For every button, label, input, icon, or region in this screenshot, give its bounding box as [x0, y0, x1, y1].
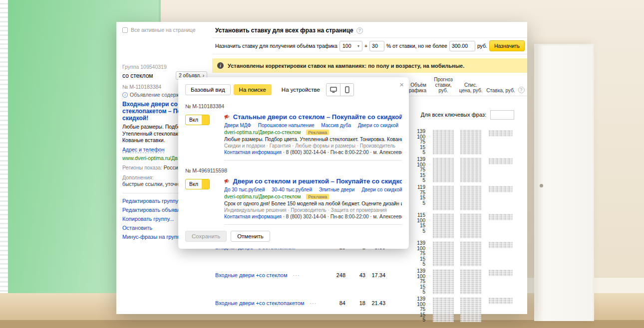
info-icon: i: [217, 62, 224, 69]
bid-blurred: [486, 185, 515, 192]
shows-value: 84: [322, 297, 345, 306]
sitelink[interactable]: 30-40 тыс.рублей: [272, 187, 312, 192]
bid-title-row: Установить ставку для всех фраз на стран…: [212, 22, 527, 38]
bid-panel-title: Установить ставку для всех фраз на стран…: [215, 27, 353, 34]
ad-callouts: Индивидуальные решения · Производитель ·…: [224, 207, 402, 213]
bid-controls: Назначить ставку для получения объёма тр…: [212, 38, 527, 54]
door-handle: [540, 184, 543, 187]
close-icon[interactable]: ×: [399, 81, 404, 88]
writeoff-blurred: [458, 241, 483, 266]
popup-ad-id: № M-4969115598: [185, 167, 402, 173]
sitelink[interactable]: Двери со скидкой: [361, 187, 402, 192]
shows-value: 248: [322, 269, 345, 278]
ad-callouts: Скидки и подарки · Гарантия · Любые форм…: [224, 143, 402, 149]
bid-percent-input[interactable]: [369, 41, 384, 51]
ad-preview-popup: × Базовый вид На поиске На устройстве № …: [178, 77, 409, 249]
bid-label: Назначить ставку для получения объёма тр…: [215, 43, 337, 49]
sitelink[interactable]: Элитные двери: [319, 187, 355, 192]
popup-tabs: Базовый вид На поиске На устройстве: [185, 83, 402, 96]
forecast-blurred: [430, 185, 456, 210]
extras-label: Дополнения:: [122, 174, 153, 180]
all-phrases-label: Для всех ключевых фраз:: [421, 112, 486, 118]
toggle-knob: [202, 115, 209, 125]
clicks-value: 18: [345, 297, 365, 306]
sitelink[interactable]: Массив дуба: [321, 123, 351, 128]
save-button[interactable]: Сохранить: [185, 231, 227, 242]
percent-label: % от ставки, но не более: [386, 43, 447, 49]
ad-display-url[interactable]: dveri-optima.ru/Двери-со-стеклом: [224, 194, 301, 199]
toggle-label: Вкл: [186, 115, 202, 125]
bid-blurred: [486, 269, 515, 276]
tab-on-search[interactable]: На поиске: [234, 84, 272, 95]
cancel-button[interactable]: Отменить: [231, 231, 270, 242]
plus-sign: +: [364, 43, 367, 49]
address-phone-link[interactable]: Адрес и телефон: [122, 147, 164, 153]
phrase-link[interactable]: Входные двери +со стеклопакетом: [215, 300, 304, 306]
writeoff-blurred: [458, 129, 483, 155]
row-menu-icon[interactable]: ···: [310, 300, 317, 306]
ad-contact-line: Контактная информация · 8 (800) 302-14-0…: [224, 214, 402, 219]
forecast-blurred: [430, 213, 456, 238]
ad-status-toggle[interactable]: Вкл: [185, 115, 210, 125]
select-all-checkbox[interactable]: [122, 27, 128, 33]
caret-down-icon: ▾: [357, 44, 359, 48]
forecast-blurred: [430, 241, 456, 266]
divider: [224, 224, 402, 225]
max-bid-input[interactable]: [449, 41, 475, 51]
ad-display-url[interactable]: dveri-optima.ru/Двери-со-стеклом: [224, 130, 301, 135]
adjustments-notice: i Установлены корректировки ставок на ка…: [212, 58, 527, 73]
header-writeoff: Спис. цена, руб.: [458, 82, 483, 93]
popup-ad-id: № M-110183384: [185, 103, 402, 109]
header-help-icon[interactable]: ?: [518, 87, 525, 93]
group-name[interactable]: со стеклом: [122, 72, 153, 79]
writeoff-blurred: [458, 157, 483, 182]
sitelink[interactable]: До 30 тыс.рублей: [224, 187, 265, 192]
divider: [224, 160, 402, 161]
all-phrases-input[interactable]: [490, 110, 514, 120]
desktop-icon[interactable]: [326, 84, 340, 96]
popup-ad-block: Вкл Двери со стеклом и решеткой – Покупа…: [185, 177, 402, 219]
ad-text: Любые размеры. Подбор цвета. Утепленный …: [224, 137, 402, 142]
popup-footer: Сохранить Отменить: [185, 231, 402, 242]
window-blinds: [0, 0, 8, 299]
ad-url-line: dveri-optima.ru/Двери-со-стеклом Реклама: [224, 130, 402, 135]
regions-label: Регионы показа:: [122, 164, 162, 170]
ad-status-toggle[interactable]: Вкл: [185, 179, 210, 189]
group-id: Группа 109540319: [122, 64, 207, 70]
bid-blurred: [486, 129, 515, 137]
ad-marker-icon: [224, 114, 230, 120]
writeoff-blurred: [458, 185, 483, 210]
phrase-link[interactable]: Входные двери +со стеклом: [215, 272, 288, 278]
header-forecast: Прогноз ставки, руб.: [430, 77, 456, 93]
row-menu-icon[interactable]: ···: [293, 272, 300, 278]
traffic-volume-select[interactable]: 100 ▾: [339, 41, 362, 51]
forecast-blurred: [430, 297, 456, 322]
ad-title-link[interactable]: Двери со стеклом и решеткой – Покупайте …: [233, 177, 402, 185]
ad-contact-line: Контактная информация · 8 (800) 302-14-0…: [224, 150, 402, 155]
ad-title-link[interactable]: Стальные двери со стеклом – Покупайте со…: [233, 113, 402, 121]
ctr-value: 17.34: [365, 269, 385, 278]
help-icon[interactable]: ?: [356, 27, 363, 34]
ad-marker-icon: [224, 178, 230, 184]
writeoff-blurred: [458, 297, 483, 322]
contact-info-link[interactable]: Контактная информация: [224, 214, 282, 219]
bid-blurred: [486, 241, 515, 248]
mobile-icon[interactable]: [340, 84, 353, 96]
traffic-volume-list: 139100 7515 5: [385, 269, 426, 295]
writeoff-blurred: [458, 213, 483, 238]
forecast-blurred: [430, 269, 456, 294]
header-bid: Ставка, руб.: [486, 88, 515, 93]
traffic-volume-value: 100: [342, 43, 351, 49]
tab-basic-view[interactable]: Базовый вид: [185, 84, 231, 95]
select-all-row[interactable]: Все активные на странице: [122, 27, 207, 33]
info-icon: i: [122, 92, 128, 98]
sitelink[interactable]: Двери со скидкой: [358, 123, 398, 128]
bid-blurred: [486, 297, 515, 304]
ad-url-line: dveri-optima.ru/Двери-со-стеклом Реклама: [224, 194, 402, 199]
contact-info-link[interactable]: Контактная информация: [224, 150, 282, 155]
sitelink[interactable]: Порошковое напыление: [258, 123, 315, 128]
contact-details: · 8 (800) 302-14-04 · Пн-вс 8:00-22:00 ·…: [283, 214, 402, 219]
forecast-blurred: [430, 157, 456, 182]
assign-button[interactable]: Назначить: [489, 40, 525, 51]
sitelink[interactable]: Двери МДФ: [224, 123, 251, 128]
